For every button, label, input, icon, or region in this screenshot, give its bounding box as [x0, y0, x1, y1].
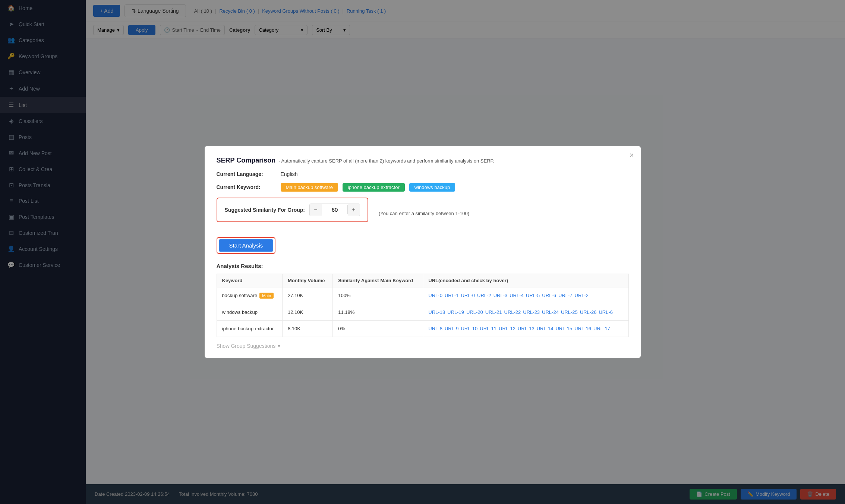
url-link[interactable]: URL-8 [428, 326, 442, 331]
current-language-row: Current Language: English [217, 171, 629, 177]
modal-close-button[interactable]: × [630, 151, 634, 159]
url-link[interactable]: URL-24 [542, 309, 559, 315]
url-link[interactable]: URL-0 [461, 293, 475, 298]
show-group-suggestions[interactable]: Show Group Suggestions ▾ [217, 343, 629, 349]
url-link[interactable]: URL-25 [561, 309, 578, 315]
url-link[interactable]: URL-19 [447, 309, 464, 315]
start-analysis-button[interactable]: Start Analysis [219, 239, 274, 252]
table-row: backup softwareMain27.10K100%URL-0URL-1U… [217, 287, 628, 304]
table-row: windows backup12.10K11.18%URL-18URL-19UR… [217, 304, 628, 321]
monthly-volume-cell: 27.10K [283, 287, 333, 304]
stepper-increment[interactable]: + [348, 204, 360, 216]
col-url: URL(encoded and check by hover) [423, 274, 628, 287]
similarity-cell: 100% [333, 287, 423, 304]
similarity-cell: 0% [333, 321, 423, 337]
serp-comparison-modal: × SERP Comparison - Automatically captur… [205, 146, 641, 358]
url-link[interactable]: URL-0 [428, 293, 442, 298]
start-analysis-wrapper: Start Analysis [217, 237, 276, 254]
url-link[interactable]: URL-10 [461, 326, 477, 331]
url-link[interactable]: URL-15 [555, 326, 572, 331]
chevron-down-icon: ▾ [278, 343, 280, 349]
monthly-volume-cell: 8.10K [283, 321, 333, 337]
url-link[interactable]: URL-6 [599, 309, 613, 315]
url-link[interactable]: URL-16 [574, 326, 591, 331]
keyword-tag-iphone: iphone backup extractor [343, 183, 405, 192]
url-cell: URL-8URL-9URL-10URL-11URL-12URL-13URL-14… [423, 321, 628, 337]
analysis-results-title: Analysis Results: [217, 263, 629, 269]
url-link[interactable]: URL-18 [428, 309, 445, 315]
modal-title: SERP Comparison - Automatically capture … [217, 157, 629, 164]
url-link[interactable]: URL-6 [542, 293, 556, 298]
url-link[interactable]: URL-11 [480, 326, 496, 331]
url-link[interactable]: URL-14 [537, 326, 554, 331]
url-link[interactable]: URL-17 [593, 326, 610, 331]
keyword-cell: backup softwareMain [217, 287, 283, 304]
current-language-label: Current Language: [217, 171, 276, 177]
url-link[interactable]: URL-2 [477, 293, 491, 298]
url-link[interactable]: URL-1 [445, 293, 459, 298]
analysis-results-section: Analysis Results: Keyword Monthly Volume… [217, 263, 629, 337]
url-cell: URL-18URL-19URL-20URL-21URL-22URL-23URL-… [423, 304, 628, 321]
keyword-tag-main: Main:backup software [281, 183, 338, 192]
similarity-row: Suggested Similarity For Group: − + (You… [217, 198, 629, 230]
url-link[interactable]: URL-4 [510, 293, 524, 298]
similarity-stepper: − + [309, 204, 360, 216]
url-link[interactable]: URL-7 [558, 293, 573, 298]
url-link[interactable]: URL-5 [526, 293, 540, 298]
url-link[interactable]: URL-26 [580, 309, 597, 315]
keyword-cell: windows backup [217, 304, 283, 321]
results-table: Keyword Monthly Volume Similarity Agains… [217, 274, 629, 337]
monthly-volume-cell: 12.10K [283, 304, 333, 321]
col-similarity: Similarity Against Main Keyword [333, 274, 423, 287]
url-link[interactable]: URL-13 [518, 326, 535, 331]
url-link[interactable]: URL-21 [485, 309, 502, 315]
current-language-value: English [281, 171, 298, 177]
col-monthly-volume: Monthly Volume [283, 274, 333, 287]
url-link[interactable]: URL-3 [494, 293, 508, 298]
url-link[interactable]: URL-9 [445, 326, 459, 331]
col-keyword: Keyword [217, 274, 283, 287]
url-link[interactable]: URL-2 [575, 293, 589, 298]
url-link[interactable]: URL-20 [466, 309, 483, 315]
keyword-cell: iphone backup extractor [217, 321, 283, 337]
keyword-tag-windows: windows backup [409, 183, 455, 192]
similarity-input[interactable] [322, 205, 348, 214]
main-tag: Main [259, 293, 274, 299]
modal-overlay: × SERP Comparison - Automatically captur… [0, 0, 845, 504]
url-link[interactable]: URL-23 [523, 309, 540, 315]
table-row: iphone backup extractor8.10K0%URL-8URL-9… [217, 321, 628, 337]
similarity-box: Suggested Similarity For Group: − + [217, 198, 368, 222]
stepper-decrement[interactable]: − [310, 204, 322, 216]
url-link[interactable]: URL-12 [499, 326, 515, 331]
similarity-hint: (You can enter a similarity between 1-10… [379, 211, 469, 216]
similarity-label: Suggested Similarity For Group: [225, 207, 305, 213]
url-cell: URL-0URL-1URL-0URL-2URL-3URL-4URL-5URL-6… [423, 287, 628, 304]
current-keyword-label: Current Keyword: [217, 184, 276, 190]
url-link[interactable]: URL-22 [504, 309, 521, 315]
similarity-cell: 11.18% [333, 304, 423, 321]
current-keyword-row: Current Keyword: Main:backup software ip… [217, 183, 629, 192]
